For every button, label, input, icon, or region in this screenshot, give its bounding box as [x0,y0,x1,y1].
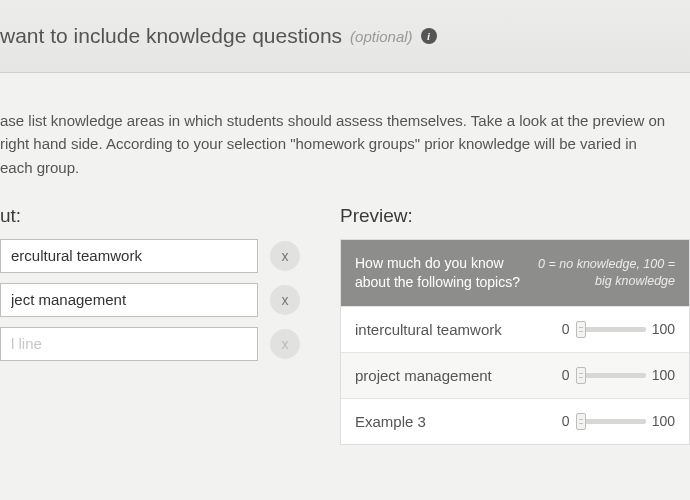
slider-min: 0 [562,321,570,337]
preview-heading: Preview: [340,205,690,227]
remove-button-disabled: x [270,329,300,359]
section-title: want to include knowledge questions [0,24,342,48]
slider-thumb[interactable] [576,367,586,384]
preview-header-row: How much do you know about the following… [341,240,689,306]
knowledge-input-row: x [0,327,300,361]
slider-thumb[interactable] [576,413,586,430]
info-icon[interactable]: i [421,28,437,44]
preview-row-label: project management [355,367,562,384]
preview-row: intercultural teamwork 0 100 [341,306,689,352]
preview-row-label: Example 3 [355,413,562,430]
optional-label: (optional) [350,28,413,45]
knowledge-input-new[interactable] [0,327,258,361]
knowledge-input-row: x [0,283,300,317]
remove-button[interactable]: x [270,285,300,315]
preview-slider: 0 100 [562,367,675,383]
preview-slider: 0 100 [562,321,675,337]
slider-max: 100 [652,321,675,337]
preview-column: Preview: How much do you know about the … [340,205,690,445]
knowledge-input-row: x [0,239,300,273]
knowledge-input[interactable] [0,239,258,273]
preview-row: Example 3 0 100 [341,398,689,444]
preview-row-label: intercultural teamwork [355,321,562,338]
preview-slider: 0 100 [562,413,675,429]
section-header: want to include knowledge questions (opt… [0,0,690,73]
slider-min: 0 [562,367,570,383]
knowledge-input[interactable] [0,283,258,317]
slider-track[interactable] [576,419,646,424]
preview-row: project management 0 100 [341,352,689,398]
preview-question: How much do you know about the following… [355,254,535,292]
section-description: ase list knowledge areas in which studen… [0,109,690,179]
slider-max: 100 [652,413,675,429]
slider-track[interactable] [576,373,646,378]
slider-min: 0 [562,413,570,429]
input-heading: ut: [0,205,300,227]
remove-button[interactable]: x [270,241,300,271]
slider-max: 100 [652,367,675,383]
input-column: ut: x x x [0,205,300,445]
preview-scale-label: 0 = no knowledge, 100 = big knowledge [535,256,675,290]
slider-track[interactable] [576,327,646,332]
preview-box: How much do you know about the following… [340,239,690,445]
slider-thumb[interactable] [576,321,586,338]
